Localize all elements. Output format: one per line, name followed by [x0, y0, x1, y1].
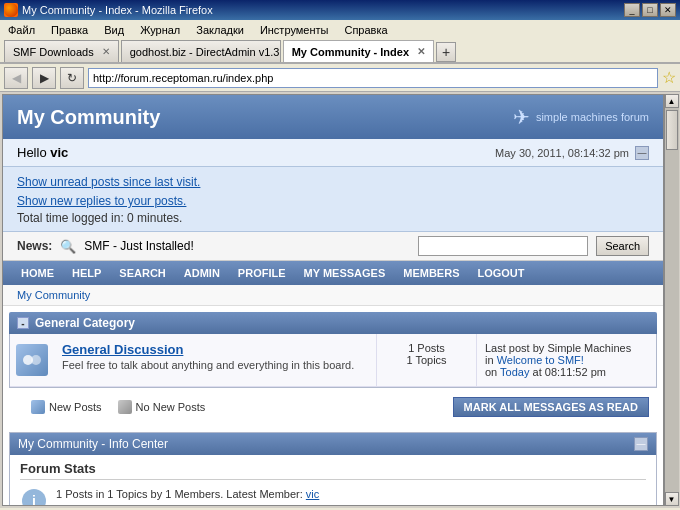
breadcrumb-link[interactable]: My Community [17, 289, 90, 301]
nav-bar: HOME HELP SEARCH ADMIN PROFILE MY MESSAG… [3, 261, 663, 285]
lastpost-time: at 08:11:52 pm [533, 366, 606, 378]
nav-messages[interactable]: MY MESSAGES [296, 264, 394, 282]
lastpost-link[interactable]: Welcome to SMF! [497, 354, 584, 366]
forum-header: My Community ✈ simple machines forum [3, 95, 663, 139]
firefox-icon [4, 3, 18, 17]
no-new-posts-icon [118, 400, 132, 414]
news-label: News: [17, 239, 52, 253]
lastpost-in: in [485, 354, 494, 366]
search-button[interactable]: Search [596, 236, 649, 256]
stats-line1: 1 Posts in 1 Topics by 1 Members. Latest… [56, 488, 306, 500]
hello-datetime: May 30, 2011, 08:14:32 pm [495, 147, 629, 159]
tab-close-icon[interactable]: ✕ [102, 46, 110, 57]
scroll-down-button[interactable]: ▼ [665, 492, 679, 506]
hello-text: Hello vic [17, 145, 68, 160]
svg-point-1 [31, 355, 41, 365]
stats-icon: i [20, 487, 48, 506]
board-lastpost: Last post by Simple Machines in Welcome … [476, 334, 656, 386]
app-icon [4, 3, 18, 17]
nav-help[interactable]: HELP [64, 264, 109, 282]
menu-view[interactable]: Вид [100, 22, 128, 38]
nav-logout[interactable]: LOGOUT [469, 264, 532, 282]
info-center-collapse-button[interactable]: — [634, 437, 648, 451]
menu-history[interactable]: Журнал [136, 22, 184, 38]
bookmark-star-icon[interactable]: ☆ [662, 68, 676, 87]
nav-profile[interactable]: PROFILE [230, 264, 294, 282]
scrollbar[interactable]: ▲ ▼ [664, 94, 678, 506]
info-center-header: My Community - Info Center — [10, 433, 656, 455]
info-center: My Community - Info Center — Forum Stats… [9, 432, 657, 506]
nav-home[interactable]: HOME [13, 264, 62, 282]
menu-bar: Файл Правка Вид Журнал Закладки Инструме… [0, 20, 680, 40]
back-button[interactable]: ◀ [4, 67, 28, 89]
board-name-link[interactable]: General Discussion [62, 342, 368, 357]
hello-bar: Hello vic May 30, 2011, 08:14:32 pm — [3, 139, 663, 167]
lastpost-date[interactable]: Today [500, 366, 529, 378]
mark-all-button[interactable]: MARK ALL MESSAGES AS READ [453, 397, 649, 417]
board-row: General Discussion Feel free to talk abo… [10, 334, 656, 387]
tab-label: godhost.biz - DirectAdmin v1.33.7 [130, 46, 281, 58]
legend-new-label: New Posts [49, 401, 102, 413]
scroll-thumb[interactable] [666, 110, 678, 150]
lastpost-on: on [485, 366, 497, 378]
menu-tools[interactable]: Инструменты [256, 22, 333, 38]
tab-close-icon[interactable]: ✕ [417, 46, 425, 57]
board-info: General Discussion Feel free to talk abo… [54, 334, 376, 386]
unread-posts-link[interactable]: Show unread posts since last visit. [17, 173, 649, 192]
category-label: General Category [35, 316, 135, 330]
menu-bookmarks[interactable]: Закладки [192, 22, 248, 38]
smf-logo: ✈ simple machines forum [513, 105, 649, 129]
board-stats: 1 Posts 1 Topics [376, 334, 476, 386]
board-icon [16, 344, 48, 376]
scroll-up-button[interactable]: ▲ [665, 94, 679, 108]
new-posts-icon [31, 400, 45, 414]
content-area: My Community ✈ simple machines forum Hel… [0, 92, 680, 508]
nav-members[interactable]: MEMBERS [395, 264, 467, 282]
scroll-track[interactable] [665, 108, 679, 492]
info-links: Show unread posts since last visit. Show… [3, 167, 663, 232]
main-panel: My Community ✈ simple machines forum Hel… [2, 94, 664, 506]
window-titlebar: My Community - Index - Mozilla Firefox _… [0, 0, 680, 20]
forum-stats-title: Forum Stats [20, 461, 646, 480]
tabs-bar: SMF Downloads ✕ godhost.biz - DirectAdmi… [0, 40, 680, 64]
new-replies-link[interactable]: Show new replies to your posts. [17, 192, 649, 211]
forward-button[interactable]: ▶ [32, 67, 56, 89]
hello-label: Hello [17, 145, 47, 160]
category-collapse-button[interactable]: - [17, 317, 29, 329]
category-header: - General Category [9, 312, 657, 334]
nav-admin[interactable]: ADMIN [176, 264, 228, 282]
lastpost-by: by Simple Machines [533, 342, 631, 354]
total-time: Total time logged in: 0 minutes. [17, 211, 182, 225]
minimize-button[interactable]: _ [624, 3, 640, 17]
tab-label: My Community - Index [292, 46, 409, 58]
menu-help[interactable]: Справка [340, 22, 391, 38]
stats-member-link[interactable]: vic [306, 488, 319, 500]
board-table: General Discussion Feel free to talk abo… [9, 334, 657, 388]
address-input[interactable] [88, 68, 658, 88]
info-center-title: My Community - Info Center [18, 437, 168, 451]
hello-right: May 30, 2011, 08:14:32 pm — [495, 146, 649, 160]
tab-godhost[interactable]: godhost.biz - DirectAdmin v1.33.7 ✕ [121, 40, 281, 62]
hello-username[interactable]: vic [50, 145, 68, 160]
board-topics-count: 1 Topics [381, 354, 472, 366]
menu-edit[interactable]: Правка [47, 22, 92, 38]
close-button[interactable]: ✕ [660, 3, 676, 17]
smf-logo-icon: ✈ [513, 105, 530, 129]
minimize-icon[interactable]: — [635, 146, 649, 160]
address-bar: ◀ ▶ ↻ ☆ [0, 64, 680, 92]
menu-file[interactable]: Файл [4, 22, 39, 38]
stats-text: 1 Posts in 1 Topics by 1 Members. Latest… [56, 485, 334, 506]
legend-row: New Posts No New Posts [23, 396, 213, 418]
new-tab-button[interactable]: + [436, 42, 456, 62]
tab-label: SMF Downloads [13, 46, 94, 58]
board-posts-count: 1 Posts [381, 342, 472, 354]
window-controls[interactable]: _ □ ✕ [624, 3, 676, 17]
maximize-button[interactable]: □ [642, 3, 658, 17]
reload-button[interactable]: ↻ [60, 67, 84, 89]
nav-search[interactable]: SEARCH [111, 264, 173, 282]
stats-row: i 1 Posts in 1 Topics by 1 Members. Late… [20, 485, 646, 506]
tab-smf-downloads[interactable]: SMF Downloads ✕ [4, 40, 119, 62]
search-input[interactable] [418, 236, 588, 256]
tab-my-community[interactable]: My Community - Index ✕ [283, 40, 434, 62]
smf-logo-text: simple machines forum [536, 111, 649, 123]
